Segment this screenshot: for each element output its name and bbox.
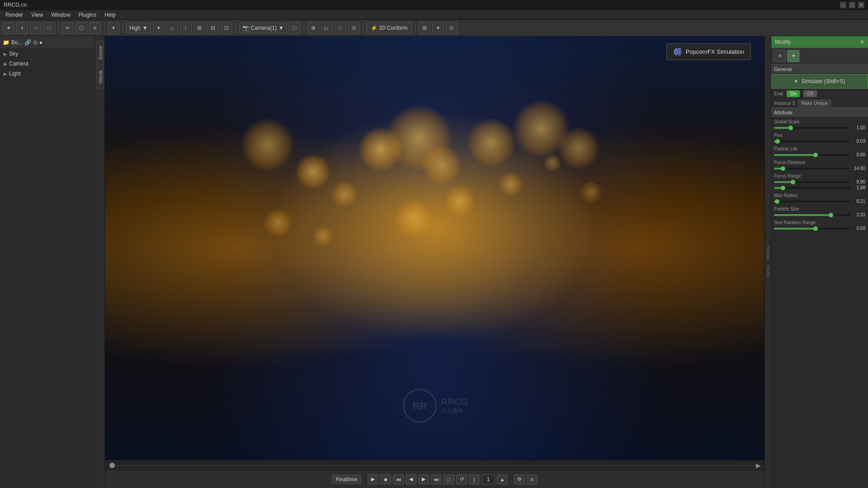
menu-plugins[interactable]: Plugins [75, 11, 100, 19]
viewport-scrubber[interactable]: ▶ [105, 460, 764, 470]
tool-extra1[interactable]: ⊞ [419, 22, 430, 34]
viewport[interactable]: 🎆 PopcornFX Simulation RR RRCG 人人素材 [105, 36, 764, 460]
global-scale-thumb[interactable] [788, 126, 793, 130]
prev-frame-button[interactable]: ⏮ [393, 474, 404, 484]
tool-grid[interactable]: ✦ [108, 22, 119, 34]
particle-size-fill [774, 214, 831, 216]
tool-scale[interactable]: □ [43, 22, 55, 34]
tab-scene[interactable]: Scene [96, 41, 104, 65]
tool-camera2[interactable]: 🎥 [289, 22, 301, 34]
focus-range-slider-row1: 9.90 [774, 179, 865, 184]
flux-thumb[interactable] [775, 139, 780, 144]
tool-frame[interactable]: ⊞ [193, 22, 205, 34]
size-random-range-track[interactable] [774, 228, 850, 230]
tool-draw[interactable]: ✏ [62, 22, 74, 34]
tool-mod[interactable]: ⊙ [348, 22, 360, 34]
particle-size-track[interactable] [774, 214, 850, 216]
tool-paint[interactable]: ⬡ [75, 22, 87, 34]
realtime-button[interactable]: Realtime [332, 475, 361, 484]
scene-item-sky[interactable]: ▶ Sky [0, 49, 94, 59]
next-frame-button[interactable]: ⏭ [431, 474, 442, 484]
toolbar: ✦ + ○ □ ✏ ⬡ ≡ ✦ High ▼ ✦ ⌂ ↕ ⊞ ⊟ ⊡ 📷 Cam… [0, 20, 868, 36]
focus-distance-track[interactable] [774, 168, 850, 169]
tool-pose[interactable]: ⊕ [307, 22, 319, 34]
menu-window[interactable]: Window [47, 11, 74, 19]
particle-life-thumb[interactable] [813, 153, 818, 157]
bokeh-2 [295, 154, 331, 190]
tool-snap[interactable]: ≡ [89, 22, 101, 34]
step-forward-button[interactable]: ▶ [418, 474, 429, 484]
focus-range-track2[interactable] [774, 187, 850, 189]
simulate-button[interactable]: ✦ Simulate (Shift+S) [771, 74, 868, 89]
focus-distance-thumb[interactable] [781, 166, 785, 171]
mod-icon-lines[interactable]: ≡ [774, 50, 786, 62]
size-random-range-thumb[interactable] [813, 226, 818, 231]
tool-rig[interactable]: ▷ [321, 22, 333, 34]
conform-button[interactable]: ⚡ 20 Conform [367, 22, 412, 34]
tool-home[interactable]: ⌂ [166, 22, 178, 34]
close-button[interactable]: ✕ [858, 2, 864, 8]
menu-view[interactable]: View [28, 11, 47, 19]
tool-select[interactable]: ✦ [3, 22, 14, 34]
frame-up-button[interactable]: ▲ [497, 474, 508, 484]
conform-label: 20 Conform [379, 25, 408, 31]
global-scale-track[interactable] [774, 127, 850, 129]
window-controls[interactable]: – □ ✕ [840, 2, 864, 8]
focus-distance-slider-row: 14.00 [774, 166, 865, 171]
mod-icon-particle[interactable]: ✦ [788, 50, 799, 62]
simulate-icon: ✦ [794, 78, 798, 84]
particle-life-fill [774, 154, 816, 156]
tool-view2[interactable]: ⊡ [221, 22, 232, 34]
simulate-label: Simulate (Shift+S) [801, 78, 845, 84]
tool-extra2[interactable]: ✦ [432, 22, 444, 34]
particle-life-track[interactable] [774, 154, 850, 156]
max-radius-value: 0.21 [852, 199, 865, 204]
enable-on-button[interactable]: On [787, 90, 800, 97]
make-unique-button[interactable]: Make Unique [798, 100, 831, 107]
tool-options[interactable]: ⊟ [207, 22, 219, 34]
step-back-button[interactable]: ◀ [406, 474, 416, 484]
scene-panel-title: Bo... [11, 39, 23, 46]
menu-help[interactable]: Help [101, 11, 119, 19]
max-radius-track[interactable] [774, 201, 850, 202]
crop-button[interactable]: □ [443, 474, 454, 484]
camera-dropdown[interactable]: 📷 Camera(1) ▼ [239, 23, 287, 33]
minimize-button[interactable]: – [840, 2, 846, 8]
instance-label: Instance S [774, 101, 795, 106]
flux-track[interactable] [774, 141, 850, 142]
focus-range-thumb1[interactable] [791, 180, 795, 184]
loop-button[interactable]: ↺ [456, 474, 467, 484]
maximize-button[interactable]: □ [849, 2, 855, 8]
global-scale-slider-row: 1.00 [774, 125, 865, 130]
sep4 [236, 23, 236, 33]
particle-size-thumb[interactable] [829, 213, 833, 217]
param-particle-life: Particle Life 0.80 [771, 145, 868, 158]
scene-item-light[interactable]: ▶ Light [0, 69, 94, 79]
quality-dropdown[interactable]: High ▼ [126, 23, 151, 33]
focus-range-thumb2[interactable] [781, 186, 785, 190]
tool-extra3[interactable]: ⊙ [446, 22, 458, 34]
focus-range-slider-row2: 1.88 [774, 185, 865, 190]
tool-weight[interactable]: □ [335, 22, 346, 34]
section-general: General [771, 64, 868, 74]
tool-light[interactable]: ✦ [153, 22, 165, 34]
menu-render[interactable]: Render [2, 11, 27, 19]
pin-button[interactable]: | [469, 474, 480, 484]
layout-button[interactable]: ≡ [527, 474, 538, 484]
max-radius-thumb[interactable] [775, 199, 779, 204]
close-icon[interactable]: ✕ [860, 39, 864, 45]
tool-zoom[interactable]: ↕ [180, 22, 192, 34]
quality-value: High [129, 25, 141, 31]
enable-off-button[interactable]: Off [803, 90, 816, 97]
tab-visual[interactable]: Visual [96, 66, 104, 89]
flux-label: Flux [774, 133, 865, 138]
scrubber-handle[interactable] [109, 463, 115, 468]
stop-button[interactable]: ■ [380, 474, 391, 484]
settings-button[interactable]: ⚙ [514, 474, 525, 484]
general-title: General [774, 66, 792, 72]
focus-range-track1[interactable] [774, 181, 850, 183]
tool-transform[interactable]: + [16, 22, 28, 34]
play-button[interactable]: ▶ [368, 474, 378, 484]
tool-rotate[interactable]: ○ [30, 22, 42, 34]
scene-item-camera[interactable]: ▶ Camera [0, 59, 94, 69]
